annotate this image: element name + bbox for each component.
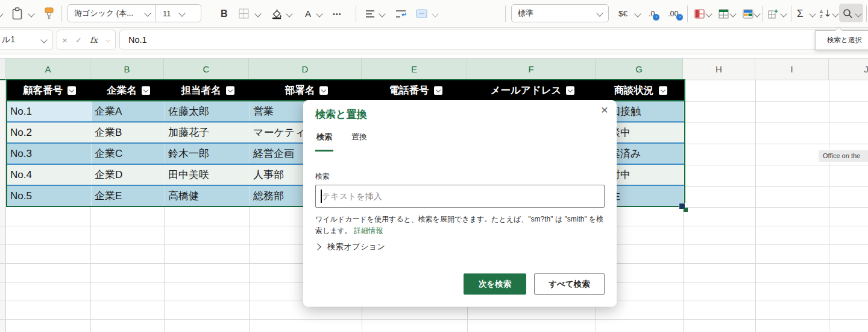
column-header-H[interactable]: H bbox=[683, 59, 755, 80]
cell-B4[interactable]: 企業C bbox=[92, 144, 165, 164]
more-options-button[interactable]: ••• bbox=[333, 0, 342, 27]
filter-dropdown-icon[interactable] bbox=[226, 86, 234, 95]
font-name-select[interactable]: 游ゴシック (本... bbox=[68, 8, 142, 19]
merge-cells-dropdown-icon[interactable] bbox=[433, 0, 438, 27]
filter-dropdown-icon[interactable] bbox=[319, 86, 328, 95]
cancel-icon[interactable]: × bbox=[62, 35, 68, 45]
confirm-icon[interactable]: ✓ bbox=[75, 36, 82, 45]
cell-A5[interactable]: No.4 bbox=[7, 165, 92, 185]
chevron-down-icon[interactable] bbox=[0, 0, 2, 27]
close-icon[interactable]: × bbox=[601, 103, 608, 117]
cell-A4[interactable]: No.3 bbox=[7, 144, 92, 164]
cell-A6[interactable]: No.5 bbox=[7, 186, 92, 206]
cell-B2[interactable]: 企業A bbox=[92, 101, 165, 121]
merge-cells-icon[interactable] bbox=[416, 0, 427, 27]
increase-decimal-arrow-icon: › bbox=[676, 14, 683, 21]
column-header-F[interactable]: F bbox=[467, 59, 596, 80]
cell-C3[interactable]: 加藤花子 bbox=[165, 123, 250, 142]
wrap-text-icon[interactable] bbox=[395, 0, 407, 27]
column-header-A[interactable]: A bbox=[6, 59, 90, 80]
align-dropdown-icon[interactable] bbox=[380, 0, 385, 27]
cell-C6[interactable]: 高橋健 bbox=[165, 186, 250, 206]
column-header-B[interactable]: B bbox=[90, 59, 164, 80]
office-on-the-badge[interactable]: Office on the bbox=[819, 150, 868, 162]
cell-styles-icon[interactable] bbox=[743, 0, 753, 27]
find-all-button[interactable]: すべて検索 bbox=[534, 273, 605, 295]
cell-C2[interactable]: 佐藤太郎 bbox=[165, 101, 250, 121]
column-header-G[interactable]: G bbox=[596, 59, 683, 80]
search-icon[interactable] bbox=[843, 0, 853, 27]
ribbon-toolbar: 游ゴシック (本... 11 B A ••• bbox=[0, 0, 868, 28]
increase-decimal-button[interactable]: .00› bbox=[668, 0, 678, 27]
borders-icon[interactable] bbox=[239, 0, 249, 27]
bold-button[interactable]: B bbox=[221, 0, 228, 27]
font-color-dropdown-icon[interactable] bbox=[317, 0, 322, 27]
insert-cells-icon[interactable] bbox=[768, 0, 779, 27]
dialog-tabs: 検索 置換 bbox=[315, 132, 368, 152]
filter-dropdown-icon[interactable] bbox=[142, 86, 150, 95]
formula-input[interactable]: No.1 bbox=[119, 30, 868, 50]
header-label: 商談状況 bbox=[614, 84, 654, 97]
find-next-button[interactable]: 次を検索 bbox=[464, 273, 526, 295]
format-as-table-dropdown-icon[interactable] bbox=[731, 0, 735, 27]
fill-color-icon[interactable] bbox=[271, 0, 283, 27]
name-box[interactable]: ル1 bbox=[0, 30, 53, 50]
filter-dropdown-icon[interactable] bbox=[566, 86, 574, 95]
currency-format-button[interactable]: $€ bbox=[618, 0, 627, 27]
gridline bbox=[685, 123, 868, 123]
column-header-D[interactable]: D bbox=[249, 59, 362, 80]
decrease-decimal-button[interactable]: .0‹ bbox=[649, 0, 655, 27]
sort-filter-dropdown-icon[interactable] bbox=[833, 0, 838, 27]
tab-find[interactable]: 検索 bbox=[315, 132, 333, 152]
autosum-button[interactable]: Σ bbox=[797, 0, 804, 27]
fill-color-dropdown-icon[interactable] bbox=[287, 0, 292, 27]
cell-C5[interactable]: 田中美咲 bbox=[165, 165, 250, 185]
search-input[interactable] bbox=[315, 185, 605, 208]
sort-filter-icon[interactable]: AZ bbox=[820, 0, 831, 27]
tab-replace[interactable]: 置換 bbox=[350, 132, 368, 152]
cell-A2[interactable]: No.1 bbox=[7, 101, 92, 121]
column-header-C[interactable]: C bbox=[164, 59, 249, 80]
align-icon[interactable] bbox=[365, 0, 375, 27]
insert-cells-dropdown-icon[interactable] bbox=[781, 0, 786, 27]
search-options-expander[interactable]: 検索オプション bbox=[315, 241, 385, 252]
cell-B5[interactable]: 企業D bbox=[92, 165, 165, 185]
format-as-table-icon[interactable] bbox=[719, 0, 729, 27]
font-size-select[interactable]: 11 bbox=[156, 9, 171, 18]
header-F: メールアドレス bbox=[468, 80, 597, 100]
font-size-dropdown-icon[interactable] bbox=[178, 10, 185, 16]
fx-icon[interactable]: fx bbox=[90, 35, 98, 45]
column-header-J[interactable]: J bbox=[829, 59, 868, 80]
cell-styles-dropdown-icon[interactable] bbox=[755, 0, 760, 27]
conditional-formatting-dropdown-icon[interactable] bbox=[706, 0, 711, 27]
filter-dropdown-icon[interactable] bbox=[659, 86, 667, 95]
format-painter-icon[interactable] bbox=[45, 0, 54, 27]
filter-dropdown-icon[interactable] bbox=[68, 86, 76, 95]
column-header-I[interactable]: I bbox=[755, 59, 829, 80]
borders-dropdown-icon[interactable] bbox=[256, 0, 260, 27]
currency-dropdown-icon[interactable] bbox=[635, 0, 640, 27]
conditional-formatting-icon[interactable] bbox=[694, 0, 705, 27]
cell-A3[interactable]: No.2 bbox=[7, 123, 92, 142]
wildcard-helper-text: ワイルドカードを使用すると、検索を展開できます。たとえば、"sm?th" は "… bbox=[315, 214, 606, 237]
learn-more-link[interactable]: 詳細情報 bbox=[354, 226, 383, 235]
table-header-row: 顧客番号企業名担当者名部署名電話番号メールアドレス商談状況 bbox=[7, 80, 684, 101]
toolbar-separator bbox=[866, 5, 867, 22]
select-all-corner[interactable] bbox=[0, 59, 6, 80]
filter-dropdown-icon[interactable] bbox=[434, 86, 442, 95]
font-color-button[interactable]: A bbox=[305, 0, 311, 27]
paste-icon[interactable] bbox=[12, 0, 22, 27]
paste-dropdown-icon[interactable] bbox=[29, 0, 34, 27]
cell-B6[interactable]: 企業E bbox=[92, 186, 165, 206]
cell-C4[interactable]: 鈴木一郎 bbox=[165, 144, 250, 164]
column-header-E[interactable]: E bbox=[362, 59, 467, 80]
toolbar-separator bbox=[762, 5, 763, 22]
number-format-select[interactable]: 標準 bbox=[511, 4, 609, 22]
font-name-dropdown-icon[interactable] bbox=[144, 10, 151, 16]
fx-dropdown-icon[interactable] bbox=[105, 37, 110, 42]
header-E: 電話番号 bbox=[363, 80, 468, 100]
autosum-dropdown-icon[interactable] bbox=[810, 0, 815, 27]
cell-B3[interactable]: 企業B bbox=[92, 123, 165, 142]
excel-window: 游ゴシック (本... 11 B A ••• bbox=[0, 0, 868, 332]
search-dropdown-icon[interactable] bbox=[856, 0, 861, 27]
